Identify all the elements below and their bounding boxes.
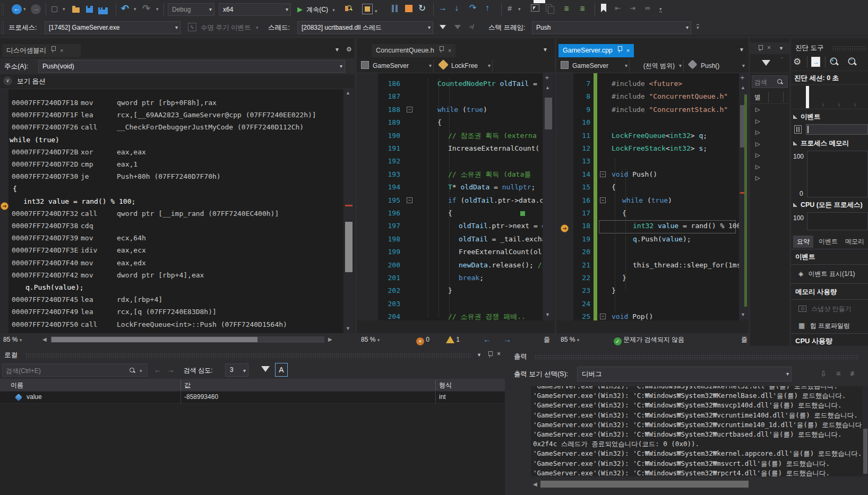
pin-icon[interactable] [617,46,622,53]
gs-vscrollbar[interactable]: ÷ ▲ ▼ [739,73,749,320]
close-icon[interactable]: × [448,47,451,54]
narrow-col-header[interactable]: 별 [754,93,761,102]
unindent-icon[interactable]: ≣ [564,5,569,12]
disasm-hscroll-left[interactable]: ◀ [42,333,47,346]
word-wrap-icon[interactable]: ≢ [850,369,857,378]
indent-icon[interactable]: ≣ [580,5,585,12]
diag-zoom-out-icon[interactable]: − [847,57,854,65]
close-icon[interactable]: × [60,47,63,54]
split-editor-handle[interactable]: ÷ [741,74,744,82]
tab-gameserver[interactable]: GameServer.cpp× [558,44,634,57]
new-file-icon[interactable]: ▢ [51,4,58,13]
toolbar-overflow-dropdown[interactable]: ▾ [659,6,662,12]
diag-tab-memory[interactable]: 메모리 [845,237,867,246]
redo-dropdown[interactable]: ▾ [156,6,159,12]
diag-timeline[interactable] [791,85,868,109]
locals-search-box[interactable]: 검색(Ctrl+E) ▾ [2,363,148,377]
hex-display-icon[interactable]: # [508,4,512,13]
filter-threads-icon[interactable] [440,23,446,31]
close-icon[interactable]: × [767,44,771,51]
narrow-list-item[interactable]: ▷ [755,175,760,181]
cq-types-combo[interactable]: GameServer▾ [373,59,434,72]
pin-icon[interactable] [50,46,56,53]
diag-settings-gear-icon[interactable]: ⚙ [793,56,801,67]
cq-vscrollbar[interactable]: ÷ ▲ ▼ [543,73,554,320]
filter-icon[interactable] [762,60,770,67]
col-type[interactable]: 형식 [439,381,452,390]
cq-prev-issue-arrow[interactable]: ← [483,333,491,346]
undo-dropdown[interactable]: ▾ [134,6,136,12]
search-depth-combo[interactable]: 3▾ [225,363,248,377]
diag-cpu-section[interactable]: CPU (모든 프로세스) [793,201,868,210]
output-vscrollbar[interactable] [863,386,868,476]
disasm-zoom-level[interactable]: 85 % ▾ [3,333,22,346]
pin-icon[interactable] [439,46,444,53]
disasm-hscrollbar[interactable] [50,336,324,343]
col-value[interactable]: 값 [184,381,191,390]
diagnostics-dropdown[interactable]: ▾ [375,8,377,14]
view-options-chevron-icon[interactable]: ∨ [3,76,12,85]
gs-scope-combo[interactable]: (전역 범위)▾ [632,59,684,72]
navigate-forward-button[interactable]: → [31,4,41,14]
disasm-hscroll-right[interactable]: ▶ [328,333,332,346]
restart-icon[interactable]: ↻ [418,3,426,14]
stack-frame-combo[interactable]: Push▾ [532,21,691,34]
disassembly-vscrollbar[interactable]: ▲ ▼ [344,89,354,333]
split-editor-handle[interactable]: ÷ [545,74,549,82]
step-into-icon[interactable]: ↓ [454,3,459,13]
gameserver-editor[interactable]: 7#include <future>8#include "ConcurrentQ… [556,73,739,320]
cq-next-issue-arrow[interactable]: → [503,333,511,346]
search-icon[interactable] [129,367,135,374]
bookmark-clear-icon[interactable]: ⇏ [644,4,650,12]
narrow-list-item[interactable]: ▷ [755,152,760,159]
show-next-statement-icon[interactable]: → [439,3,447,13]
locals-row[interactable]: value-858993460int [0,392,505,404]
solution-platform-combo[interactable]: x64▾ [219,3,291,16]
save-all-icon[interactable] [98,6,108,16]
locals-window-dropdown[interactable]: ▼ [477,352,482,358]
stop-icon[interactable] [405,5,412,12]
new-file-dropdown[interactable]: ▾ [63,6,65,12]
diag-tab-summary[interactable]: 요약 [793,236,813,248]
redo-icon[interactable]: ↷ [142,3,150,14]
narrow-list-item[interactable]: ▷ [755,141,760,147]
show-events-link[interactable]: ◈ 이벤트 표시(1/1) [798,270,855,279]
narrow-list-item[interactable]: ▷ [755,129,760,136]
pause-icon[interactable] [391,5,398,12]
search-dropdown[interactable]: ▾ [140,368,142,374]
cq-members-combo[interactable]: LockFree▾ [451,59,493,72]
navigate-back-dropdown[interactable]: ▾ [23,6,26,12]
filter-flagged-icon[interactable] [454,23,461,31]
match-case-toggle[interactable]: A [275,363,288,377]
address-combo[interactable]: Push(void)▾ [38,60,345,73]
editor-options-gear-icon[interactable]: ⚙ [346,46,352,53]
narrow-search-box[interactable]: 검색 [752,75,788,88]
clear-output-icon[interactable]: ≡ [836,369,840,378]
save-icon[interactable] [86,6,93,14]
gs-document-well-dropdown[interactable]: ▼ [739,47,744,53]
debugbar-overflow-dropdown[interactable]: ▾ [697,24,699,30]
panel-dropdown[interactable]: ▼ [779,46,784,51]
step-out-icon[interactable]: ↑ [485,3,489,13]
diag-events-section[interactable]: 이벤트 [793,112,821,121]
hex-display-dropdown[interactable]: ▾ [518,6,521,12]
col-name[interactable]: 이름 [11,381,23,390]
narrow-list-item[interactable]: ▷ [755,106,760,113]
close-icon[interactable]: × [497,350,501,358]
take-snapshot-button[interactable]: 스냅샷 만들기 [798,305,852,314]
narrow-list-item[interactable]: ▷ [755,163,760,170]
gs-types-combo[interactable]: GameServer▾ [572,59,630,72]
diag-memory-section[interactable]: 프로세스 메모리 [793,139,849,148]
continue-button[interactable]: ▶ 계속(C) ▾ [297,3,335,16]
suppress-events-icon[interactable]: ≉ [469,23,473,31]
toolbar-more-icon[interactable]: '' [781,56,783,62]
concurrentqueue-editor[interactable]: 186CountedNodePtr oldTail = 187−188while… [357,73,543,320]
cq-warning-badge[interactable]: 1 [446,333,460,346]
lifecycle-dropdown[interactable]: ▾ [256,25,259,30]
intellitrace-search-icon[interactable] [346,5,353,13]
gs-members-combo[interactable]: Push()▾ [701,59,746,72]
process-combo[interactable]: [17452] GameServer.exe▾ [45,21,181,34]
cq-error-badge[interactable]: × 0 [416,333,429,346]
output-view-combo[interactable]: 디버그▾ [577,367,792,381]
bookmark-icon[interactable] [601,4,606,12]
